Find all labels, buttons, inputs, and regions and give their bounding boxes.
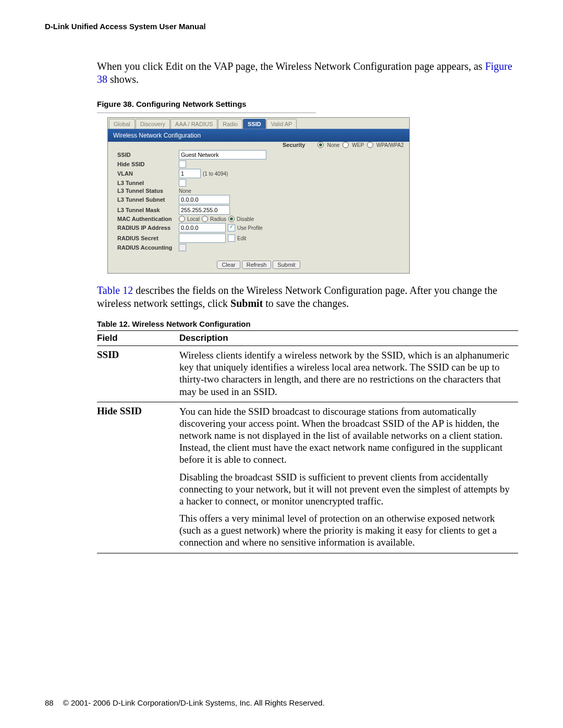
panel-titlebar: Wireless Network Configuration [108, 129, 409, 142]
intro-text-pre: When you click Edit on the VAP page, the… [97, 60, 485, 72]
clear-button[interactable]: Clear [217, 261, 240, 269]
tab-bar: Global Discovery AAA / RADIUS Radio SSID… [108, 118, 409, 129]
intro-paragraph: When you click Edit on the VAP page, the… [97, 60, 518, 86]
radius-ip-input[interactable] [179, 223, 226, 232]
screenshot-panel: Global Discovery AAA / RADIUS Radio SSID… [107, 117, 410, 274]
security-radio-wpa[interactable] [367, 142, 373, 148]
tab-aaa-radius[interactable]: AAA / RADIUS [170, 119, 217, 129]
field-name-hide-ssid: Hide SSID [97, 402, 179, 553]
tab-valid-ap[interactable]: Valid AP [266, 119, 297, 129]
post-figure-text-tail: to save the changes. [263, 298, 349, 309]
hide-ssid-label: Hide SSID [117, 161, 179, 167]
post-figure-paragraph: Table 12 describes the fields on the Wir… [97, 284, 518, 310]
l3-tunnel-status-label: L3 Tunnel Status [117, 188, 179, 194]
security-label: Security [283, 142, 305, 148]
security-radio-wep[interactable] [342, 142, 349, 148]
hide-ssid-desc-p1: You can hide the SSID broadcast to disco… [179, 405, 514, 466]
ssid-desc-p1: Wireless clients identify a wireless net… [179, 349, 514, 398]
tab-ssid[interactable]: SSID [243, 119, 266, 129]
tab-global[interactable]: Global [109, 119, 135, 129]
submit-button[interactable]: Submit [273, 261, 300, 269]
vlan-input[interactable] [179, 169, 201, 178]
l3-tunnel-mask-label: L3 Tunnel Mask [117, 207, 179, 213]
radius-acct-checkbox[interactable] [179, 244, 186, 251]
mac-auth-opt-radius: Radius [210, 216, 226, 222]
security-opt-none: None [327, 142, 339, 148]
hide-ssid-desc-p3: This offers a very minimal level of prot… [179, 512, 514, 549]
l3-tunnel-subnet-label: L3 Tunnel Subnet [117, 196, 179, 203]
mac-auth-radio-radius[interactable] [202, 216, 208, 222]
security-opt-wpa: WPA/WPA2 [376, 142, 403, 148]
mac-auth-opt-disable: Disable [237, 216, 254, 222]
l3-tunnel-mask-input[interactable] [179, 205, 230, 215]
refresh-button[interactable]: Refresh [242, 261, 272, 269]
use-profile-checkbox[interactable] [228, 224, 235, 231]
use-profile-label: Use Profile [237, 225, 263, 231]
table-caption: Table 12. Wireless Network Configuration [97, 319, 518, 328]
table-row: Hide SSID You can hide the SSID broadcas… [97, 402, 518, 553]
ssid-input[interactable] [179, 150, 266, 159]
mac-auth-radio-local[interactable] [179, 216, 185, 222]
running-header: D-Link Unified Access System User Manual [45, 22, 518, 31]
button-row: Clear Refresh Submit [108, 257, 409, 273]
radius-acct-label: RADIUS Accounting [117, 244, 179, 251]
l3-tunnel-subnet-input[interactable] [179, 195, 230, 204]
tab-discovery[interactable]: Discovery [136, 119, 170, 129]
hide-ssid-desc-p2: Disabling the broadcast SSID is sufficie… [179, 471, 514, 508]
radius-ip-label: RADIUS IP Address [117, 225, 179, 231]
mac-auth-radio-disable[interactable] [228, 216, 235, 222]
figure-rule [97, 113, 316, 113]
l3-tunnel-status-value: None [179, 188, 191, 194]
ssid-label: SSID [117, 152, 179, 158]
vlan-label: VLAN [117, 170, 179, 177]
field-desc-ssid: Wireless clients identify a wireless net… [179, 346, 518, 402]
tab-radio[interactable]: Radio [218, 119, 242, 129]
radius-secret-edit-label: Edit [237, 236, 246, 241]
page-number: 88 [45, 698, 54, 707]
mac-auth-label: MAC Authentication [117, 216, 179, 222]
radius-secret-input[interactable] [179, 233, 226, 243]
security-radio-none[interactable] [317, 142, 324, 148]
col-field: Field [97, 331, 179, 346]
field-desc-hide-ssid: You can hide the SSID broadcast to disco… [179, 402, 518, 553]
field-name-ssid: SSID [97, 346, 179, 402]
radius-secret-edit-checkbox[interactable] [228, 235, 235, 242]
page-footer: 88 © 2001- 2006 D-Link Corporation/D-Lin… [45, 698, 518, 707]
l3-tunnel-label: L3 Tunnel [117, 180, 179, 186]
field-table: Field Description SSID Wireless clients … [97, 330, 518, 553]
figure-caption: Figure 38. Configuring Network Settings [97, 100, 518, 108]
copyright-text: © 2001- 2006 D-Link Corporation/D-Link S… [63, 698, 325, 707]
vlan-hint: (1 to 4094) [203, 171, 228, 177]
hide-ssid-checkbox[interactable] [179, 161, 186, 168]
col-desc: Description [179, 331, 518, 346]
radius-secret-label: RADIUS Secret [117, 235, 179, 241]
table-row: SSID Wireless clients identify a wireles… [97, 346, 518, 402]
submit-strong: Submit [230, 298, 263, 309]
mac-auth-opt-local: Local [187, 216, 200, 222]
security-opt-wep: WEP [352, 142, 364, 148]
table-12-link[interactable]: Table 12 [97, 285, 133, 296]
l3-tunnel-checkbox[interactable] [179, 179, 186, 187]
intro-text-post: shows. [107, 73, 139, 85]
